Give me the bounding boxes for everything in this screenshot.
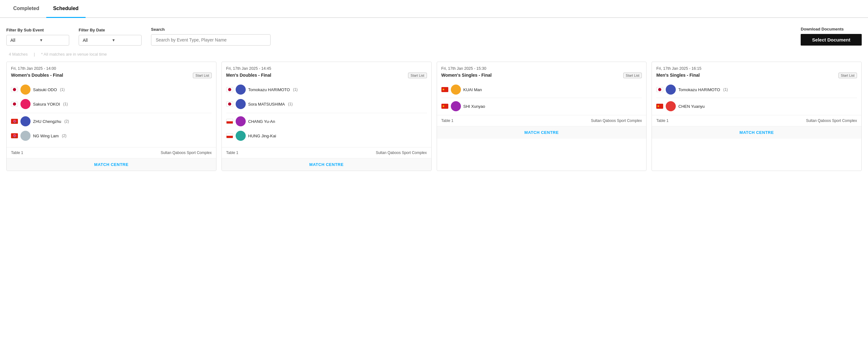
player-seed: (1) (60, 87, 65, 92)
download-group: Download Documents Select Document (801, 27, 862, 45)
filters-row: Filter By Sub Event All ▼ Filter By Date… (0, 18, 868, 50)
match-card: Fri, 17th Jan 2025 - 14:45 Men's Doubles… (221, 62, 432, 171)
flag-icon (226, 87, 233, 92)
table-number: Table 1 (11, 150, 23, 155)
event-name: Men's Doubles - Final (226, 73, 271, 78)
filter-sub-event-select[interactable]: All ▼ (6, 35, 69, 45)
player-row: Sora MATSUSHIMA (1) (226, 98, 427, 110)
divider: | (34, 52, 35, 57)
match-count-note: * All matches are in venue local time (41, 52, 107, 57)
player-row: CHANG Yu-An (226, 115, 427, 128)
event-name: Men's Singles - Final (656, 73, 700, 78)
flag-icon: 🌺 (11, 119, 18, 124)
player-row: Sakura YOKOI (1) (11, 98, 212, 110)
team-group: SHI Xunyao (441, 100, 642, 112)
start-list-button[interactable]: Start List (838, 73, 857, 78)
search-group: Search (151, 27, 271, 45)
match-centre-button[interactable]: MATCH CENTRE (7, 158, 216, 171)
match-datetime: Fri, 17th Jan 2025 - 14:00 (11, 66, 212, 71)
player-name: Satsuki ODO (33, 87, 57, 92)
avatar (21, 84, 31, 95)
player-row: SHI Xunyao (441, 100, 642, 112)
player-row: Tomokazu HARIMOTO (1) (656, 83, 857, 96)
match-centre-button[interactable]: MATCH CENTRE (222, 158, 431, 171)
venue-row: Table 1 Sultan Qaboos Sport Complex (437, 115, 647, 126)
avatar (451, 84, 461, 95)
start-list-button[interactable]: Start List (623, 73, 642, 78)
flag-icon (656, 104, 663, 109)
venue-name: Sultan Qaboos Sport Complex (591, 118, 642, 123)
match-card: Fri, 17th Jan 2025 - 15:30 Women's Singl… (437, 62, 647, 171)
flag-icon (441, 104, 448, 109)
flag-icon (226, 133, 233, 138)
filter-date-select[interactable]: All ▼ (79, 35, 142, 45)
venue-name: Sultan Qaboos Sport Complex (806, 118, 857, 123)
player-name: SHI Xunyao (463, 104, 485, 109)
table-number: Table 1 (656, 118, 669, 123)
match-datetime: Fri, 17th Jan 2025 - 15:30 (441, 66, 642, 71)
player-row: KUAI Man (441, 83, 642, 96)
venue-name: Sultan Qaboos Sport Complex (376, 150, 427, 155)
player-seed: (2) (62, 134, 67, 138)
venue-name: Sultan Qaboos Sport Complex (161, 150, 212, 155)
player-seed: (1) (288, 102, 293, 106)
player-name: HUNG Jing-Kai (248, 134, 276, 138)
player-seed: (1) (63, 102, 68, 106)
tab-completed[interactable]: Completed (6, 0, 46, 18)
avatar (21, 131, 31, 141)
table-number: Table 1 (441, 118, 454, 123)
player-row: HUNG Jing-Kai (226, 130, 427, 142)
filter-date-group: Filter By Date All ▼ (79, 28, 142, 45)
player-name: ZHU Chengzhu (33, 119, 61, 124)
avatar (236, 116, 246, 126)
team-group: CHANG Yu-An HUNG Jing-Kai (226, 115, 427, 142)
player-name: CHANG Yu-An (248, 119, 275, 124)
player-seed: (2) (64, 119, 69, 124)
players-section: KUAI Man SHI Xunyao (437, 81, 647, 115)
flag-icon (11, 87, 18, 92)
match-count-row: 4 Matches | * All matches are in venue l… (0, 50, 868, 62)
flag-icon (441, 87, 448, 92)
match-count-text: 4 Matches (9, 52, 28, 57)
avatar (451, 101, 461, 111)
players-section: Tomokazu HARIMOTO (1) Sora MATSUSHIMA (1… (222, 81, 431, 147)
player-row: CHEN Yuanyu (656, 100, 857, 112)
team-divider (11, 113, 212, 113)
flag-icon (656, 87, 663, 92)
filter-date-value: All (83, 38, 108, 43)
team-group: Tomokazu HARIMOTO (1) (656, 83, 857, 96)
match-centre-button[interactable]: MATCH CENTRE (437, 126, 647, 139)
players-section: Tomokazu HARIMOTO (1) CHEN Yuanyu (652, 81, 861, 115)
start-list-button[interactable]: Start List (193, 73, 211, 78)
card-event: Women's Singles - Final Start List (441, 73, 642, 78)
match-card: Fri, 17th Jan 2025 - 16:15 Men's Singles… (652, 62, 862, 171)
flag-icon (11, 102, 18, 107)
filter-date-label: Filter By Date (79, 28, 142, 32)
chevron-down-icon: ▼ (112, 38, 137, 42)
tab-scheduled[interactable]: Scheduled (46, 0, 86, 18)
tabs-container: Completed Scheduled (0, 0, 868, 18)
team-group: KUAI Man (441, 83, 642, 96)
match-datetime: Fri, 17th Jan 2025 - 14:45 (226, 66, 427, 71)
avatar (236, 84, 246, 95)
filter-sub-event-label: Filter By Sub Event (6, 28, 69, 32)
avatar (236, 131, 246, 141)
search-input[interactable] (151, 34, 271, 45)
player-name: Tomokazu HARIMOTO (678, 87, 720, 92)
flag-icon (226, 119, 233, 124)
match-centre-button[interactable]: MATCH CENTRE (652, 126, 861, 139)
player-name: Sakura YOKOI (33, 102, 60, 107)
filter-sub-event-value: All (10, 38, 36, 43)
flag-icon (226, 102, 233, 107)
start-list-button[interactable]: Start List (408, 73, 427, 78)
matches-grid: Fri, 17th Jan 2025 - 14:00 Women's Doubl… (0, 62, 868, 180)
player-name: Sora MATSUSHIMA (248, 102, 285, 107)
avatar (666, 84, 676, 95)
team-group: 🌺 ZHU Chengzhu (2) 🌺 NG Wing Lam (2) (11, 115, 212, 142)
avatar (236, 99, 246, 109)
event-name: Women's Doubles - Final (11, 73, 63, 78)
event-name: Women's Singles - Final (441, 73, 492, 78)
select-document-button[interactable]: Select Document (801, 34, 862, 45)
team-divider (441, 98, 642, 98)
card-header: Fri, 17th Jan 2025 - 14:45 Men's Doubles… (222, 62, 431, 81)
